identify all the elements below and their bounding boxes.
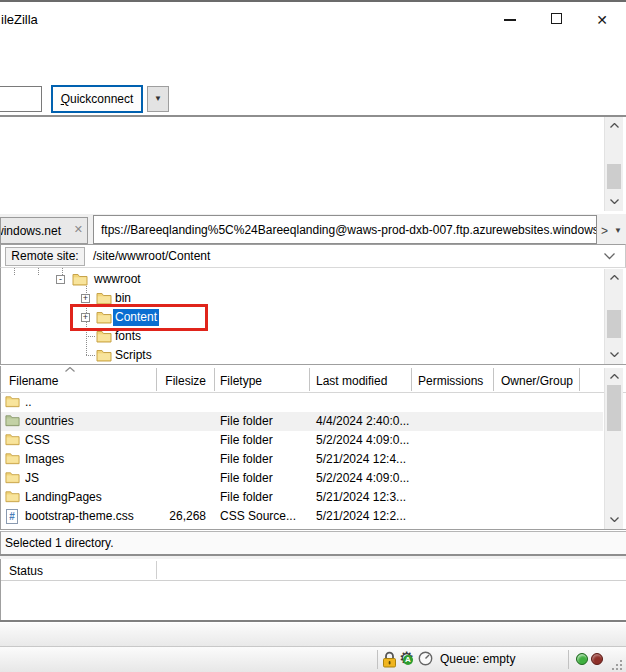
connection-indicator-red-icon [591, 653, 603, 665]
chevron-down-icon: ▼ [614, 226, 622, 235]
queue-column-divider[interactable] [156, 561, 157, 579]
column-header-filetype[interactable]: Filetype [220, 374, 262, 388]
file-type: File folder [220, 414, 273, 428]
css-file-icon: # [6, 509, 18, 524]
chevron-down-icon: ▼ [154, 94, 162, 103]
scroll-up-icon[interactable] [606, 370, 622, 384]
close-button[interactable]: ✕ [587, 10, 617, 30]
file-type: CSS Source... [220, 509, 296, 523]
tab-close-icon[interactable]: ✕ [74, 223, 83, 236]
file-row-countries[interactable]: countries File folder 4/4/2024 2:40:0... [1, 412, 603, 431]
scroll-down-icon[interactable] [606, 348, 622, 362]
tree-item-wwwroot[interactable]: - wwwroot [1, 270, 601, 289]
file-modified: 5/2/2024 4:09:0... [316, 471, 409, 485]
file-name: LandingPages [25, 490, 102, 504]
column-divider[interactable] [156, 368, 157, 391]
file-size: 26,268 [131, 509, 206, 523]
tree-item-scripts[interactable]: Scripts [1, 346, 601, 365]
tab-scroll-right-button[interactable]: > [599, 223, 610, 239]
file-row-parent-dir[interactable]: .. [1, 393, 603, 412]
file-name: bootstrap-theme.css [25, 509, 134, 523]
file-row-css[interactable]: CSS File folder 5/2/2024 4:09:0... [1, 431, 603, 450]
annotation-highlight-box [70, 304, 208, 331]
quickconnect-host-input[interactable] [0, 86, 42, 112]
speed-limit-gauge-icon[interactable] [418, 651, 433, 666]
column-header-owner-group[interactable]: Owner/Group [501, 374, 573, 388]
lock-icon[interactable] [382, 651, 397, 668]
auto-mode-badge: A [403, 655, 413, 665]
file-list-scrollbar-thumb[interactable] [607, 385, 621, 431]
column-divider[interactable] [214, 368, 215, 391]
remote-site-combobox[interactable]: /site/wwwroot/Content [93, 249, 210, 263]
file-row-js[interactable]: JS File folder 5/2/2024 4:09:0... [1, 469, 603, 488]
file-row-bootstrap-theme[interactable]: # bootstrap-theme.css 26,268 CSS Source.… [1, 507, 603, 526]
queue-status-column-header: Status [9, 564, 43, 578]
folder-green-icon [5, 414, 20, 427]
statusbar-divider [377, 650, 378, 669]
tree-scrollbar[interactable] [604, 269, 623, 364]
scroll-up-icon[interactable] [606, 271, 622, 285]
file-modified: 4/4/2024 2:40:0... [316, 414, 409, 428]
transfer-mode-gear-icon[interactable]: ⚙ A [399, 649, 417, 669]
tree-item-label: wwwroot [92, 271, 143, 288]
file-modified: 5/21/2024 12:4... [316, 452, 406, 466]
server-tab-bar: windows.net ✕ ftps://Bareeqlanding%5C%24… [0, 214, 626, 244]
column-header-last-modified[interactable]: Last modified [316, 374, 387, 388]
collapse-expander-icon[interactable]: - [56, 275, 65, 284]
file-name: countries [25, 414, 74, 428]
chevron-right-icon: > [601, 224, 608, 238]
column-header-filename[interactable]: Filename [9, 374, 58, 388]
remote-site-row: Remote site: /site/wwwroot/Content [0, 244, 626, 268]
maximize-button[interactable] [541, 10, 571, 30]
column-divider[interactable] [579, 368, 580, 391]
folder-icon [5, 471, 20, 484]
folder-icon [96, 349, 112, 362]
tab-active-server[interactable]: ftps://Bareeqlanding%5C%24Bareeqlanding@… [93, 215, 597, 244]
quickconnect-dropdown-button[interactable]: ▼ [147, 86, 169, 112]
connection-indicator-green-icon [576, 653, 588, 665]
folder-icon [5, 490, 20, 503]
tab-list-dropdown-button[interactable]: ▼ [611, 223, 625, 239]
scroll-down-icon[interactable] [606, 513, 622, 527]
folder-icon [5, 452, 20, 465]
selection-status-text: Selected 1 directory. [0, 531, 626, 554]
file-type: File folder [220, 471, 273, 485]
window-title: ileZilla [1, 12, 38, 27]
scroll-up-icon[interactable] [606, 119, 622, 133]
tab-inactive-server[interactable]: windows.net ✕ [0, 217, 88, 244]
transfer-queue-panel: Status [0, 559, 626, 620]
close-icon: ✕ [596, 12, 608, 28]
title-bar: ileZilla ✕ [0, 4, 626, 34]
file-row-images[interactable]: Images File folder 5/21/2024 12:4... [1, 450, 603, 469]
tab-label: windows.net [0, 224, 61, 238]
expand-expander-icon[interactable]: + [81, 294, 90, 303]
column-divider[interactable] [309, 368, 310, 391]
folder-icon [96, 330, 112, 343]
file-name: JS [25, 471, 39, 485]
scroll-down-icon[interactable] [606, 195, 622, 209]
log-scrollbar-thumb[interactable] [607, 164, 621, 189]
column-divider[interactable] [493, 368, 494, 391]
message-log-pane [0, 117, 626, 213]
combobox-chevron-icon[interactable] [604, 253, 615, 260]
file-row-landingpages[interactable]: LandingPages File folder 5/21/2024 12:3.… [1, 488, 603, 507]
file-modified: 5/21/2024 12:3... [316, 490, 406, 504]
file-list-header: Filename Filesize Filetype Last modified… [0, 366, 626, 393]
column-header-permissions[interactable]: Permissions [418, 374, 483, 388]
statusbar-upper-strip [0, 623, 626, 647]
file-name: .. [25, 395, 32, 409]
minimize-button[interactable] [495, 10, 525, 30]
file-name: Images [25, 452, 64, 466]
log-scrollbar[interactable] [604, 117, 623, 211]
maximize-icon [551, 13, 562, 24]
file-type: File folder [220, 452, 273, 466]
column-divider[interactable] [411, 368, 412, 391]
column-header-filesize[interactable]: Filesize [131, 374, 206, 388]
minimize-icon [504, 19, 516, 21]
file-modified: 5/21/2024 12:2... [316, 509, 406, 523]
file-list-scrollbar[interactable] [604, 368, 623, 529]
tree-scrollbar-thumb[interactable] [607, 310, 621, 338]
remote-tree-pane: - wwwroot + bin + Content fonts [0, 268, 626, 365]
file-list: .. countries File folder 4/4/2024 2:40:0… [0, 393, 626, 530]
quickconnect-button[interactable]: Quickconnect [51, 85, 143, 113]
